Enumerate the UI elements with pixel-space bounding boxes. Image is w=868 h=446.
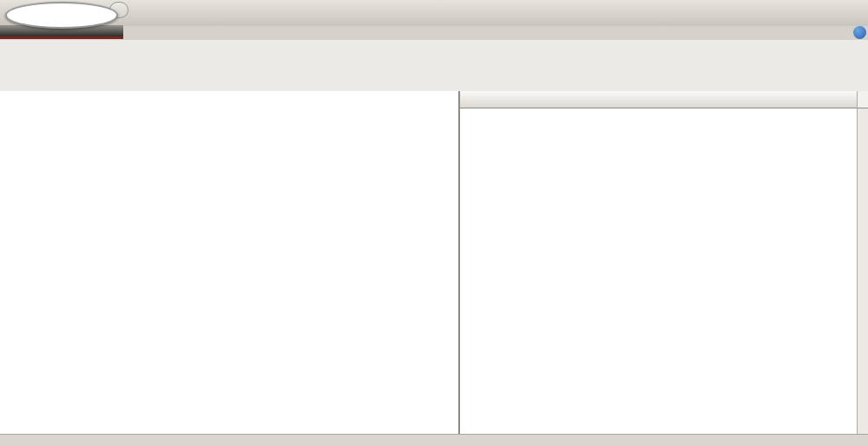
menu-tab-bar <box>0 26 868 40</box>
table-header-row <box>0 91 458 108</box>
title-bar <box>0 0 868 27</box>
horizontal-scrollbar-row <box>0 434 868 446</box>
gantt-chart-pane <box>460 91 868 434</box>
help-button[interactable] <box>853 26 866 39</box>
scrollbar-corner <box>857 91 868 108</box>
main-split-view <box>0 91 868 434</box>
projectlibre-logo <box>5 2 118 29</box>
gantt-vertical-scrollbar[interactable] <box>857 108 868 434</box>
gantt-timescale[interactable] <box>460 91 857 108</box>
ribbon <box>0 40 868 92</box>
projectlibre-window <box>0 0 868 446</box>
task-entry-table <box>0 91 460 434</box>
gantt-chart-area <box>460 108 857 434</box>
